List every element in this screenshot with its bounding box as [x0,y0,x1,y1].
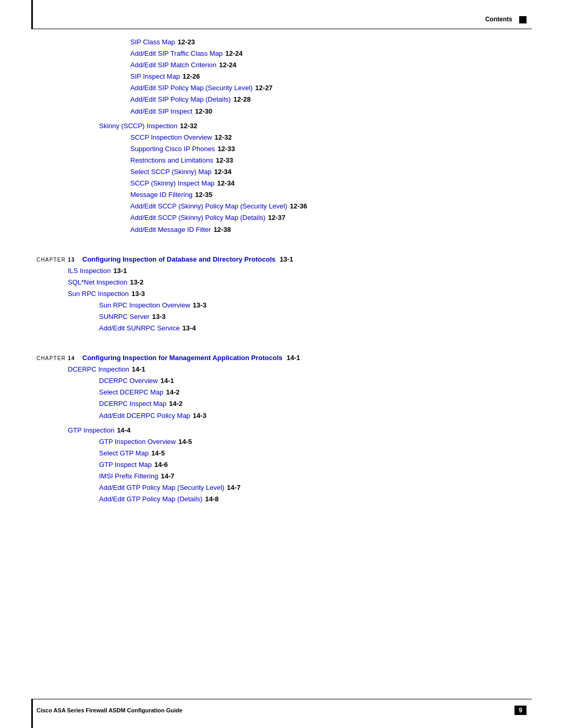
page-header: Contents [485,16,527,23]
toc-page-select-sccp-skinny-map: 12-34 [214,166,231,178]
toc-entry-sip-class-map: SIP Class Map 12-23 [130,36,527,48]
toc-link-sunrpc-server[interactable]: SUNRPC Server [99,311,150,323]
chapter-14-header: chapter 14 Configuring Inspection for Ma… [36,354,527,362]
toc-page-supporting-cisco-ip-phones: 12-33 [217,143,235,155]
toc-entry-select-sccp-skinny-map: Select SCCP (Skinny) Map 12-34 [130,166,527,178]
toc-page-dcerpc-inspect-map: 14-2 [169,398,182,410]
toc-entry-supporting-cisco-ip-phones: Supporting Cisco IP Phones 12-33 [130,143,527,155]
toc-link-select-sccp-skinny-map[interactable]: Select SCCP (Skinny) Map [130,166,212,178]
toc-link-addedit-sip-policy-map-details[interactable]: Add/Edit SIP Policy Map (Details) [130,94,231,105]
chapter-13-title[interactable]: Configuring Inspection of Database and D… [82,255,276,263]
toc-link-addedit-gtp-policy-map-details[interactable]: Add/Edit GTP Policy Map (Details) [99,493,202,505]
toc-entry-gtp-inspect-map: GTP Inspect Map 14-6 [99,459,527,471]
toc-entry-dcerpc-inspection: DCERPC Inspection 14-1 [68,364,527,375]
chapter-13-page: 13-1 [280,255,293,263]
toc-link-gtp-inspect-map[interactable]: GTP Inspect Map [99,459,152,471]
toc-page-sun-rpc-inspection: 13-3 [131,288,145,300]
toc-entry-sun-rpc-inspection: Sun RPC Inspection 13-3 [68,288,527,300]
page-container: Contents SIP Class Map 12-23 Add/Edit SI… [0,0,563,728]
toc-entry-addedit-sunrpc-service: Add/Edit SUNRPC Service 13-4 [99,323,527,334]
toc-entry-sqlnet-inspection: SQL*Net Inspection 13-2 [68,277,527,288]
toc-entry-addedit-sip-match-criterion: Add/Edit SIP Match Criterion 12-24 [130,59,527,71]
toc-link-addedit-gtp-policy-map-security[interactable]: Add/Edit GTP Policy Map (Security Level) [99,482,224,493]
toc-link-addedit-sip-match-criterion[interactable]: Add/Edit SIP Match Criterion [130,59,216,71]
toc-page-addedit-sccp-skinny-policy-map-details: 12-37 [268,212,285,224]
toc-entry-addedit-gtp-policy-map-details: Add/Edit GTP Policy Map (Details) 14-8 [99,493,527,505]
toc-page-sccp-skinny-inspect-map: 12-34 [217,178,235,189]
toc-page-sunrpc-server: 13-3 [152,311,166,323]
bottom-border [31,699,532,699]
toc-page-addedit-sip-policy-map-security: 12-27 [255,82,273,94]
toc-page-dcerpc-inspection: 14-1 [132,364,145,375]
toc-link-select-gtp-map[interactable]: Select GTP Map [99,448,149,459]
toc-page-imsi-prefix-filtering: 14-7 [161,471,174,482]
toc-link-message-id-filtering[interactable]: Message ID Filtering [130,189,192,201]
toc-entry-addedit-sccp-skinny-policy-map-details: Add/Edit SCCP (Skinny) Policy Map (Detai… [130,212,527,224]
toc-link-skinny-sccp-inspection[interactable]: Skinny (SCCP) Inspection [99,120,177,132]
toc-entry-sun-rpc-inspection-overview: Sun RPC Inspection Overview 13-3 [99,300,527,311]
toc-link-supporting-cisco-ip-phones[interactable]: Supporting Cisco IP Phones [130,143,215,155]
toc-page-addedit-sccp-skinny-policy-map-security: 12-36 [290,201,307,212]
toc-entry-addedit-sip-policy-map-security: Add/Edit SIP Policy Map (Security Level)… [130,82,527,94]
chapter-14-title[interactable]: Configuring Inspection for Management Ap… [82,354,283,362]
toc-link-addedit-dcerpc-policy-map[interactable]: Add/Edit DCERPC Policy Map [99,410,190,422]
toc-page-select-dcerpc-map: 14-2 [166,387,180,398]
toc-page-ils-inspection: 13-1 [113,265,127,277]
header-label: Contents [485,16,512,23]
toc-entry-sunrpc-server: SUNRPC Server 13-3 [99,311,527,323]
toc-entry-skinny-sccp-inspection: Skinny (SCCP) Inspection 12-32 [99,120,527,132]
toc-link-ils-inspection[interactable]: ILS Inspection [68,265,111,277]
footer-page: 9 [515,706,527,715]
toc-page-addedit-sip-policy-map-details: 12-28 [234,94,251,105]
chapter-14-entries: DCERPC Inspection 14-1 DCERPC Overview 1… [36,364,527,505]
toc-entry-sccp-skinny-inspect-map: SCCP (Skinny) Inspect Map 12-34 [130,178,527,189]
toc-link-sccp-skinny-inspect-map[interactable]: SCCP (Skinny) Inspect Map [130,178,215,189]
toc-entry-addedit-message-id-filter: Add/Edit Message ID Filter 12-38 [130,224,527,236]
chapter-14-label: chapter 14 [36,355,78,361]
toc-entry-restrictions-and-limitations: Restrictions and Limitations 12-33 [130,155,527,166]
toc-entry-addedit-sip-inspect: Add/Edit SIP Inspect 12-30 [130,106,527,117]
toc-link-addedit-sccp-skinny-policy-map-security[interactable]: Add/Edit SCCP (Skinny) Policy Map (Secur… [130,201,287,212]
toc-page-addedit-dcerpc-policy-map: 14-3 [193,410,206,422]
toc-page-gtp-inspect-map: 14-6 [154,459,168,471]
top-border [31,29,532,29]
toc-link-addedit-sip-policy-map-security[interactable]: Add/Edit SIP Policy Map (Security Level) [130,82,253,94]
main-content: SIP Class Map 12-23 Add/Edit SIP Traffic… [36,36,527,692]
toc-entry-select-gtp-map: Select GTP Map 14-5 [99,448,527,459]
left-bar-top [31,0,33,29]
toc-link-sip-inspect-map[interactable]: SIP Inspect Map [130,71,180,82]
toc-link-addedit-message-id-filter[interactable]: Add/Edit Message ID Filter [130,224,211,236]
toc-link-dcerpc-inspect-map[interactable]: DCERPC Inspect Map [99,398,166,410]
chapter-14-page: 14-1 [287,354,300,362]
footer-title: Cisco ASA Series Firewall ASDM Configura… [36,707,182,713]
toc-entry-addedit-sccp-skinny-policy-map-security: Add/Edit SCCP (Skinny) Policy Map (Secur… [130,201,527,212]
toc-entry-sip-inspect-map: SIP Inspect Map 12-26 [130,71,527,82]
toc-link-sccp-inspection-overview[interactable]: SCCP Inspection Overview [130,132,212,143]
toc-link-addedit-sip-inspect[interactable]: Add/Edit SIP Inspect [130,106,192,117]
toc-link-gtp-inspection-overview[interactable]: GTP Inspection Overview [99,436,176,448]
toc-link-addedit-sip-traffic-class-map[interactable]: Add/Edit SIP Traffic Class Map [130,48,223,59]
chapter-13-entries: ILS Inspection 13-1 SQL*Net Inspection 1… [36,265,527,335]
toc-link-restrictions-and-limitations[interactable]: Restrictions and Limitations [130,155,213,166]
toc-link-imsi-prefix-filtering[interactable]: IMSI Prefix Filtering [99,471,158,482]
toc-link-addedit-sccp-skinny-policy-map-details[interactable]: Add/Edit SCCP (Skinny) Policy Map (Detai… [130,212,265,224]
toc-page-message-id-filtering: 12-35 [195,189,212,201]
toc-page-select-gtp-map: 14-5 [151,448,165,459]
toc-link-sqlnet-inspection[interactable]: SQL*Net Inspection [68,277,127,288]
toc-page-gtp-inspection: 14-4 [117,425,130,436]
toc-link-select-dcerpc-map[interactable]: Select DCERPC Map [99,387,164,398]
toc-page-sip-inspect-map: 12-26 [182,71,200,82]
toc-page-addedit-sip-traffic-class-map: 12-24 [225,48,242,59]
toc-entry-ils-inspection: ILS Inspection 13-1 [68,265,527,277]
toc-link-dcerpc-inspection[interactable]: DCERPC Inspection [68,364,129,375]
chapter-13-header: chapter 13 Configuring Inspection of Dat… [36,255,527,263]
toc-page-restrictions-and-limitations: 12-33 [216,155,233,166]
toc-entry-dcerpc-inspect-map: DCERPC Inspect Map 14-2 [99,398,527,410]
toc-link-addedit-sunrpc-service[interactable]: Add/Edit SUNRPC Service [99,323,180,334]
toc-page-addedit-gtp-policy-map-details: 14-8 [205,493,218,505]
toc-link-sip-class-map[interactable]: SIP Class Map [130,36,175,48]
toc-link-sun-rpc-inspection[interactable]: Sun RPC Inspection [68,288,129,300]
toc-link-dcerpc-overview[interactable]: DCERPC Overview [99,375,158,387]
toc-link-gtp-inspection[interactable]: GTP Inspection [68,425,114,436]
toc-link-sun-rpc-inspection-overview[interactable]: Sun RPC Inspection Overview [99,300,190,311]
